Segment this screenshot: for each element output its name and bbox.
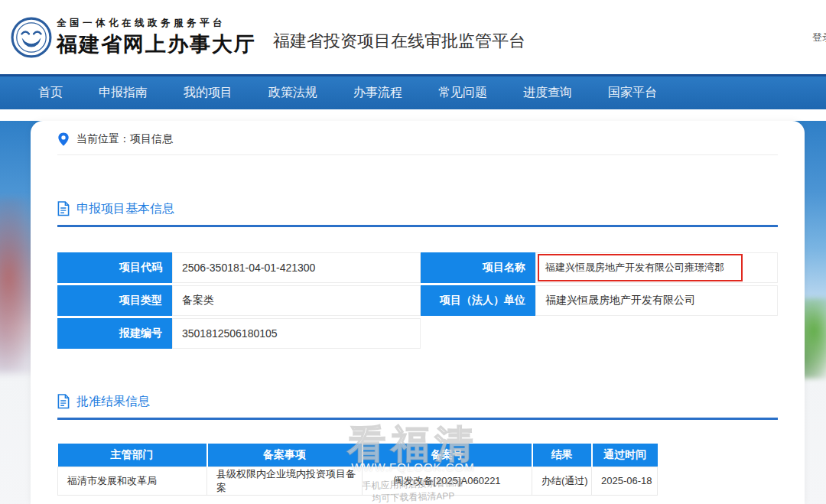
- table-row: 福清市发展和改革局 县级权限内企业境内投资项目备案 闽发改备[2025]A060…: [58, 467, 658, 495]
- table-header-row: 主管部门 备案事项 备案号 结果 通过时间: [58, 444, 658, 467]
- document-icon: [57, 201, 70, 216]
- section-divider: [57, 225, 778, 227]
- field-label: 项目名称: [421, 252, 535, 283]
- field-label: 项目类型: [57, 285, 172, 316]
- approval-result-table: 主管部门 备案事项 备案号 结果 通过时间 福清市发展和改革局 县级权限内企业境…: [57, 444, 658, 496]
- field-label: 报建编号: [57, 318, 172, 349]
- cell-result: 办结(通过): [532, 467, 592, 495]
- field-label: 项目代码: [57, 252, 172, 283]
- empty-cell: [421, 318, 535, 349]
- logo-title: 福建省网上办事大厅: [57, 31, 256, 58]
- highlighted-project-name: 福建兴恒晟房地产开发有限公司雍璟湾郡: [538, 254, 743, 281]
- field-value: 3501812506180105: [172, 318, 421, 349]
- field-value: 福建兴恒晟房地产开发有限公司雍璟湾郡: [535, 252, 778, 283]
- breadcrumb: 当前位置：项目信息: [57, 121, 778, 155]
- nav-item-declare-guide[interactable]: 申报指南: [99, 85, 148, 101]
- logo-text: 全国一体化在线政务服务平台 福建省网上办事大厅: [57, 17, 256, 58]
- field-value: 备案类: [172, 285, 421, 316]
- section-title: 申报项目基本信息: [76, 201, 174, 217]
- field-label: 项目（法人）单位: [421, 285, 535, 316]
- cell-record-number: 闽发改备[2025]A060221: [363, 467, 532, 495]
- gov-smiley-emblem-icon: [11, 17, 52, 58]
- column-header: 通过时间: [592, 444, 658, 467]
- nav-item-home[interactable]: 首页: [38, 85, 63, 101]
- field-value: 福建兴恒晟房地产开发有限公司: [535, 285, 778, 316]
- page-background: 当前位置：项目信息 申报项目基本信息 项目代码 2506-350181-04-0…: [0, 121, 826, 504]
- nav-item-process[interactable]: 办事流程: [353, 85, 402, 101]
- cell-record-item: 县级权限内企业境内投资项目备案: [207, 467, 363, 495]
- nav-item-progress-query[interactable]: 进度查询: [523, 85, 572, 101]
- site-header: 全国一体化在线政务服务平台 福建省网上办事大厅 福建省投资项目在线审批监管平台 …: [0, 0, 826, 74]
- cell-pass-date: 2025-06-18: [592, 467, 658, 495]
- nav-item-my-projects[interactable]: 我的项目: [184, 85, 233, 101]
- section-approval-heading: 批准结果信息: [57, 393, 778, 410]
- logo-group: 全国一体化在线政务服务平台 福建省网上办事大厅 福建省投资项目在线审批监管平台: [11, 17, 525, 58]
- location-pin-icon: [57, 132, 70, 147]
- basic-info-table: 项目代码 2506-350181-04-01-421300 项目名称 福建兴恒晟…: [57, 252, 778, 349]
- empty-cell: [535, 318, 778, 349]
- logo-subtitle: 全国一体化在线政务服务平台: [57, 17, 256, 30]
- section-title: 批准结果信息: [76, 394, 150, 410]
- section-basic-info-heading: 申报项目基本信息: [57, 200, 778, 217]
- column-header: 备案号: [363, 444, 532, 467]
- document-icon: [57, 394, 70, 409]
- column-header: 结果: [532, 444, 592, 467]
- platform-title: 福建省投资项目在线审批监管平台: [273, 30, 525, 53]
- cell-department: 福清市发展和改革局: [58, 467, 207, 495]
- column-header: 主管部门: [58, 444, 207, 467]
- column-header: 备案事项: [207, 444, 363, 467]
- nav-item-national-platform[interactable]: 国家平台: [608, 85, 657, 101]
- field-value: 2506-350181-04-01-421300: [172, 252, 421, 283]
- nav-item-faq[interactable]: 常见问题: [438, 85, 487, 101]
- breadcrumb-label: 当前位置：项目信息: [76, 132, 173, 146]
- nav-item-policies[interactable]: 政策法规: [268, 85, 317, 101]
- section-divider: [57, 418, 778, 420]
- content-card: 当前位置：项目信息 申报项目基本信息 项目代码 2506-350181-04-0…: [31, 121, 805, 504]
- main-nav: 首页 申报指南 我的项目 政策法规 办事流程 常见问题 进度查询 国家平台: [0, 74, 826, 109]
- login-link[interactable]: 登录: [812, 31, 826, 44]
